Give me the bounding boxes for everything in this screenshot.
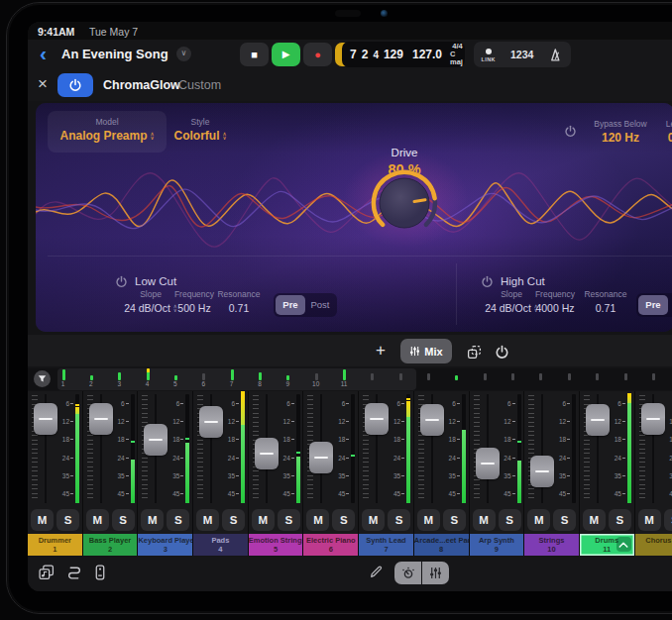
mute-button[interactable]: M (362, 509, 385, 531)
mixer-view-button[interactable] (422, 562, 449, 584)
channel-strip: 61218243545 M S Strings 10 (524, 391, 580, 556)
track-label[interactable]: Strings 10 (524, 534, 579, 556)
song-title-chevron-icon[interactable]: ∨ (176, 47, 191, 61)
solo-button[interactable]: S (278, 509, 300, 531)
mute-button[interactable]: M (473, 509, 496, 531)
fader-handle[interactable] (365, 403, 389, 435)
track-label[interactable]: Emotion Strings 5 (249, 534, 303, 556)
smart-controls-button[interactable] (394, 562, 421, 584)
mute-button[interactable]: M (252, 509, 275, 531)
low-cut-power-icon[interactable] (115, 275, 128, 288)
high-cut-resonance[interactable]: Resonance 0.71 (571, 289, 640, 314)
track-label[interactable]: Arp Synth 9 (470, 534, 524, 556)
solo-button[interactable]: S (388, 509, 410, 531)
channel-power-button[interactable] (490, 340, 513, 363)
fader-handle[interactable] (476, 448, 500, 479)
mute-button[interactable]: M (417, 509, 440, 531)
scale-number: 6 (389, 400, 404, 407)
mute-button[interactable]: M (31, 509, 54, 531)
plugin-preset[interactable]: Custom (178, 78, 221, 92)
meter-peak-indicator (131, 441, 135, 443)
lcd-display[interactable]: 7 2 4 129 127.0 4/4 C maj (342, 42, 465, 67)
scale-number: 45 (333, 490, 349, 497)
meter-fill-green (406, 417, 410, 503)
level-control[interactable]: Level 0.5 (640, 119, 672, 145)
fader-handle[interactable] (144, 424, 168, 456)
loop-browser-button[interactable] (38, 564, 56, 581)
fader-handle[interactable] (641, 403, 665, 435)
fader-handle[interactable] (255, 438, 279, 469)
fader-handle[interactable] (530, 456, 554, 487)
post-button[interactable]: Post (305, 295, 335, 315)
scale-number: 35 (113, 472, 129, 479)
stop-icon: ■ (251, 43, 258, 66)
solo-button[interactable]: S (167, 509, 189, 531)
copy-settings-button[interactable] (462, 340, 486, 363)
low-cut-resonance[interactable]: Resonance 0.71 (204, 289, 274, 314)
link-button[interactable]: LINK (482, 47, 496, 62)
solo-button[interactable]: S (56, 509, 79, 531)
solo-button[interactable]: S (222, 509, 245, 531)
edit-pencil-button[interactable] (369, 565, 384, 583)
cable-button[interactable] (65, 564, 83, 581)
drive-knob[interactable] (370, 168, 439, 238)
track-label[interactable]: Bass Player 2 (83, 534, 138, 556)
solo-button[interactable]: S (553, 509, 576, 531)
fader-handle[interactable] (89, 403, 113, 435)
model-selector[interactable]: Model Analog Preamp ∧∨ (48, 111, 167, 153)
mute-button[interactable]: M (86, 509, 109, 531)
track-label[interactable]: Keyboard Player 3 (138, 534, 192, 556)
track-label[interactable]: Synth Lead 7 (359, 534, 413, 556)
mute-button[interactable]: M (583, 509, 606, 531)
post-button[interactable]: Post (668, 295, 672, 315)
track-label[interactable]: Electric Piano 6 (303, 534, 358, 556)
mute-button[interactable]: M (141, 509, 164, 531)
add-track-button[interactable]: + (369, 339, 392, 362)
metronome-icon[interactable] (548, 48, 563, 62)
mute-button[interactable]: M (527, 509, 550, 531)
solo-button[interactable]: S (112, 509, 135, 531)
pre-button[interactable]: Pre (276, 295, 305, 315)
fader-handle[interactable] (199, 406, 223, 438)
channel-strip: 61218243545 M S Keyboard Player 3 (138, 391, 193, 556)
track-label[interactable]: Chorus V (635, 534, 672, 556)
back-chevron-icon[interactable]: ‹ (40, 42, 47, 65)
song-title[interactable]: An Evening Song (61, 47, 168, 61)
solo-button[interactable]: S (443, 509, 466, 531)
overview-meter-bar (343, 369, 346, 380)
solo-button[interactable]: S (609, 509, 631, 531)
meter-peak-indicator (517, 441, 521, 443)
scale-number: 35 (57, 472, 73, 479)
solo-button[interactable]: S (499, 509, 521, 531)
play-button[interactable]: ▶ (272, 43, 300, 66)
mute-button[interactable]: M (306, 509, 329, 531)
track-label[interactable]: Pads 4 (193, 534, 248, 556)
count-in-button[interactable]: 1234 (510, 49, 533, 60)
track-detail-chevron-button[interactable] (616, 537, 631, 552)
stop-button[interactable]: ■ (240, 43, 269, 66)
track-label[interactable]: Arcade...eet Pad 8 (414, 534, 469, 556)
track-label[interactable]: Drummer 1 (28, 534, 82, 556)
style-selector[interactable]: Style Colorful ∧∨ (153, 111, 248, 153)
fader-handle[interactable] (420, 404, 444, 436)
module-button[interactable] (91, 564, 109, 581)
fader-handle[interactable] (586, 404, 610, 436)
mix-button[interactable]: Mix (400, 339, 452, 363)
plugin-power-button[interactable] (57, 73, 93, 97)
meter-fill-green (462, 430, 466, 503)
mute-button[interactable]: M (638, 509, 661, 531)
filter-button[interactable] (34, 370, 51, 387)
bypass-power-icon[interactable] (564, 125, 577, 138)
solo-button[interactable]: S (664, 509, 672, 531)
meter-fill-yellow (75, 407, 79, 414)
close-plugin-icon[interactable]: × (38, 74, 48, 94)
drive-label: Drive (355, 147, 454, 158)
high-cut-power-icon[interactable] (481, 275, 494, 288)
mute-button[interactable]: M (196, 509, 219, 531)
fader-handle[interactable] (34, 403, 57, 435)
track-label[interactable]: Drums 11 (580, 534, 634, 556)
pre-button[interactable]: Pre (638, 295, 668, 315)
fader-handle[interactable] (309, 442, 333, 473)
solo-button[interactable]: S (332, 509, 355, 531)
record-button[interactable]: ● (303, 43, 332, 66)
